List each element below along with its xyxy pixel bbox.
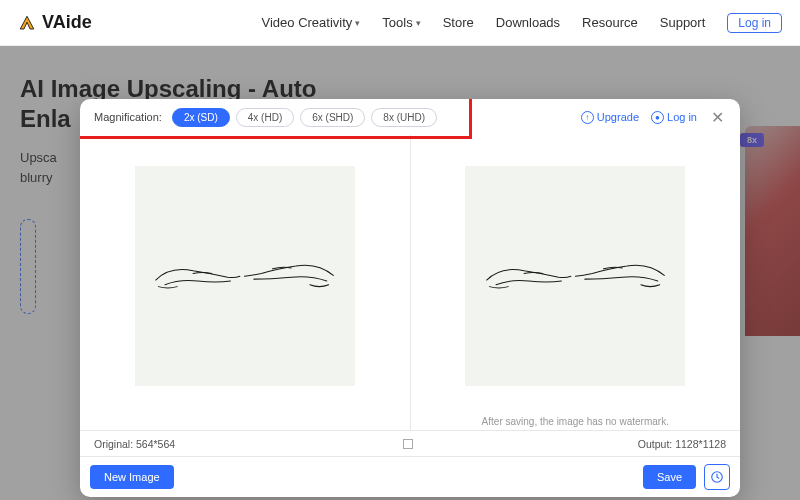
nav-item-video-creativity[interactable]: Video Creativity▾ <box>262 15 361 30</box>
mag-option-2x[interactable]: 2x (SD) <box>172 108 230 127</box>
modal-body: After saving, the image has no watermark… <box>80 135 740 430</box>
original-dimensions: Original: 564*564 <box>94 438 175 450</box>
modal-header: Magnification: 2x (SD) 4x (HD) 6x (SHD) … <box>80 99 740 135</box>
magnification-options: 2x (SD) 4x (HD) 6x (SHD) 8x (UHD) <box>172 108 437 127</box>
output-dimensions: Output: 1128*1128 <box>638 438 726 450</box>
save-button[interactable]: Save <box>643 465 696 489</box>
mag-option-8x[interactable]: 8x (UHD) <box>371 108 437 127</box>
upscaler-modal: Magnification: 2x (SD) 4x (HD) 6x (SHD) … <box>80 99 740 497</box>
nav-item-resource[interactable]: Resource <box>582 15 638 30</box>
brand-name: VAide <box>42 12 92 33</box>
original-note <box>80 416 410 430</box>
top-nav: VAide Video Creativity▾ Tools▾ Store Dow… <box>0 0 800 46</box>
close-icon[interactable]: ✕ <box>709 108 726 127</box>
clock-icon <box>710 470 724 484</box>
nav-item-support[interactable]: Support <box>660 15 706 30</box>
mag-option-4x[interactable]: 4x (HD) <box>236 108 294 127</box>
watermark-note: After saving, the image has no watermark… <box>411 416 741 430</box>
new-image-button[interactable]: New Image <box>90 465 174 489</box>
nav-item-store[interactable]: Store <box>443 15 474 30</box>
magnification-label: Magnification: <box>94 111 162 123</box>
actions-row: New Image Save <box>80 457 740 497</box>
user-icon: ● <box>651 111 664 124</box>
modal-footer: Original: 564*564 Output: 1128*1128 New … <box>80 430 740 497</box>
output-image-wrap <box>411 135 741 416</box>
original-image <box>135 166 355 386</box>
hands-sketch-icon <box>482 238 669 313</box>
mag-option-6x[interactable]: 6x (SHD) <box>300 108 365 127</box>
chevron-down-icon: ▾ <box>416 18 421 28</box>
dimensions-row: Original: 564*564 Output: 1128*1128 <box>80 431 740 457</box>
modal-header-right: ↑ Upgrade ● Log in ✕ <box>581 108 726 127</box>
nav-items: Video Creativity▾ Tools▾ Store Downloads… <box>262 13 782 33</box>
hands-sketch-icon <box>151 238 338 313</box>
output-pane: After saving, the image has no watermark… <box>411 135 741 430</box>
original-image-wrap <box>80 135 410 416</box>
brand-logo[interactable]: VAide <box>18 12 92 33</box>
expand-icon[interactable] <box>403 439 413 449</box>
login-button[interactable]: Log in <box>727 13 782 33</box>
output-image <box>465 166 685 386</box>
history-button[interactable] <box>704 464 730 490</box>
original-pane <box>80 135 411 430</box>
nav-item-tools[interactable]: Tools▾ <box>382 15 420 30</box>
upgrade-link[interactable]: ↑ Upgrade <box>581 111 639 124</box>
upgrade-icon: ↑ <box>581 111 594 124</box>
logo-a-icon <box>18 14 36 32</box>
nav-item-downloads[interactable]: Downloads <box>496 15 560 30</box>
modal-login-link[interactable]: ● Log in <box>651 111 697 124</box>
chevron-down-icon: ▾ <box>355 18 360 28</box>
